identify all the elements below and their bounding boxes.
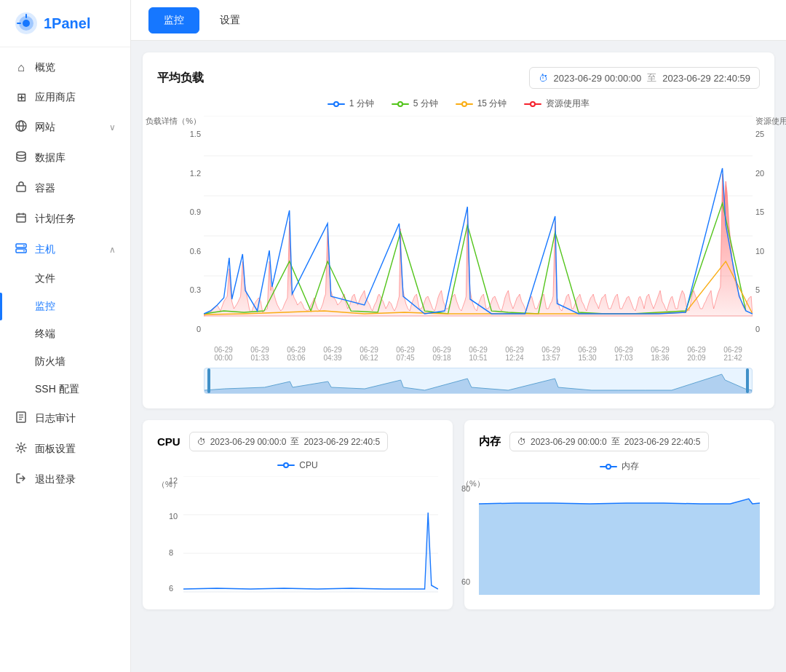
mini-chart-navigator[interactable] (204, 368, 753, 394)
cpu-date-range[interactable]: ⏱ 2023-06-29 00:00:0 至 2023-06-29 22:40:… (189, 432, 389, 451)
sidebar-item-monitor[interactable]: 监控 (0, 293, 130, 320)
legend-1min: 1 分钟 (328, 98, 374, 110)
schedule-icon (15, 212, 28, 226)
memory-card: 内存 ⏱ 2023-06-29 00:00:0 至 2023-06-29 22:… (464, 420, 774, 609)
mini-chart-right-handle[interactable] (746, 368, 749, 393)
sidebar-sub-label: 监控 (35, 300, 55, 313)
y-right-values: 25 20 15 10 5 0 (755, 130, 782, 333)
cpu-title: CPU (157, 435, 180, 448)
cpu-date-sep: 至 (290, 435, 299, 448)
logout-icon (15, 473, 28, 487)
sidebar-sub-label: 防火墙 (35, 355, 66, 368)
container-icon (15, 181, 28, 196)
tab-settings[interactable]: 设置 (205, 8, 255, 33)
sidebar-item-label: 面板设置 (35, 443, 76, 456)
sidebar-item-container[interactable]: 容器 (0, 173, 130, 204)
host-icon (15, 242, 28, 257)
sidebar-item-ssh[interactable]: SSH 配置 (0, 376, 130, 403)
sidebar-item-firewall[interactable]: 防火墙 (0, 348, 130, 376)
memory-clock-icon: ⏱ (517, 437, 526, 447)
sidebar-sub-label: 终端 (35, 328, 55, 341)
logo-text: 1Panel (44, 15, 90, 32)
cpu-card: CPU ⏱ 2023-06-29 00:00:0 至 2023-06-29 22… (143, 420, 453, 609)
avg-load-header: 平均负载 ⏱ 2023-06-29 00:00:00 至 2023-06-29 … (157, 67, 760, 89)
logo-icon (15, 12, 38, 35)
log-icon (15, 411, 28, 426)
grid-icon: ⊞ (15, 90, 28, 104)
y-axis-right-title: 资源使用率（%） (755, 116, 782, 127)
cpu-svg (183, 476, 438, 593)
chevron-down-icon: ∨ (109, 122, 116, 133)
top-bar: 监控 设置 (131, 0, 786, 41)
sidebar-nav: ⌂ 概览 ⊞ 应用商店 网站 ∨ 数据库 容器 (0, 47, 130, 672)
date-to: 2023-06-29 22:40:59 (662, 73, 750, 84)
avg-load-card: 平均负载 ⏱ 2023-06-29 00:00:00 至 2023-06-29 … (143, 52, 774, 408)
svg-marker-36 (479, 499, 760, 595)
sidebar-item-overview[interactable]: ⌂ 概览 (0, 53, 130, 82)
sidebar-item-host[interactable]: 主机 ∧ (0, 234, 130, 265)
sidebar-item-label: 计划任务 (35, 213, 76, 226)
avg-load-legend: 1 分钟 5 分钟 15 分钟 (157, 98, 760, 110)
date-from: 2023-06-29 00:00:00 (554, 73, 642, 84)
sidebar-item-terminal[interactable]: 终端 (0, 320, 130, 348)
cpu-legend: CPU (157, 460, 438, 470)
sidebar-item-label: 数据库 (35, 151, 66, 165)
cpu-clock-icon: ⏱ (197, 437, 206, 447)
gear-icon (15, 442, 28, 456)
legend-15min: 15 分钟 (456, 98, 507, 110)
sidebar: 1Panel ⌂ 概览 ⊞ 应用商店 网站 ∨ 数据库 (0, 0, 131, 672)
sidebar-item-label: 主机 (35, 243, 55, 256)
cpu-chart-area: （%） 12 10 8 6 (157, 476, 438, 596)
legend-5min: 5 分钟 (392, 98, 438, 110)
sidebar-item-database[interactable]: 数据库 (0, 143, 130, 173)
main-content: 监控 设置 平均负载 ⏱ 2023-06-29 00:00:00 至 2023-… (131, 0, 786, 672)
memory-card-header: 内存 ⏱ 2023-06-29 00:00:0 至 2023-06-29 22:… (479, 432, 760, 451)
sidebar-item-label: 容器 (35, 182, 55, 195)
cpu-date-to: 2023-06-29 22:40:5 (303, 437, 380, 447)
memory-legend-label: 内存 (622, 460, 639, 473)
x-axis-labels: 06-2900:00 06-2901:33 06-2903:06 06-2904… (204, 346, 753, 362)
svg-rect-8 (17, 214, 25, 222)
memory-date-range[interactable]: ⏱ 2023-06-29 00:00:0 至 2023-06-29 22:40:… (509, 432, 709, 451)
svg-point-6 (17, 152, 25, 156)
svg-marker-27 (204, 174, 753, 316)
sidebar-sub-label: SSH 配置 (35, 383, 79, 396)
svg-point-15 (23, 250, 25, 252)
cpu-card-header: CPU ⏱ 2023-06-29 00:00:0 至 2023-06-29 22… (157, 432, 438, 451)
sidebar-sub-label: 文件 (35, 272, 55, 285)
avg-load-date-range[interactable]: ⏱ 2023-06-29 00:00:00 至 2023-06-29 22:40… (529, 67, 760, 89)
y-axis-right: 资源使用率（%） 25 20 15 10 5 0 (755, 116, 782, 333)
sidebar-item-logout[interactable]: 退出登录 (0, 465, 130, 495)
memory-date-sep: 至 (611, 435, 620, 448)
cpu-date-from: 2023-06-29 00:00:0 (210, 437, 287, 447)
svg-marker-32 (183, 513, 438, 593)
legend-usage: 资源使用率 (524, 98, 590, 110)
sidebar-item-panelset[interactable]: 面板设置 (0, 434, 130, 465)
tab-monitor[interactable]: 监控 (148, 7, 199, 33)
svg-point-14 (23, 245, 25, 247)
logo: 1Panel (0, 0, 130, 47)
sidebar-item-label: 应用商店 (35, 91, 76, 104)
memory-title: 内存 (479, 435, 501, 448)
svg-point-2 (23, 20, 30, 27)
bottom-row: CPU ⏱ 2023-06-29 00:00:0 至 2023-06-29 22… (143, 420, 774, 609)
sidebar-item-log[interactable]: 日志审计 (0, 403, 130, 434)
chevron-up-icon: ∧ (109, 245, 116, 255)
active-indicator (0, 293, 2, 320)
avg-load-chart-wrapper: 负载详情（%） 1.5 1.2 0.9 0.6 0.3 0 (157, 116, 760, 394)
avg-load-title: 平均负载 (157, 71, 204, 86)
sidebar-item-files[interactable]: 文件 (0, 265, 130, 293)
mini-chart-left-handle[interactable] (207, 368, 210, 393)
sidebar-item-website[interactable]: 网站 ∨ (0, 112, 130, 143)
avg-load-svg-container: 06-2900:00 06-2901:33 06-2903:06 06-2904… (204, 116, 753, 394)
sidebar-item-appstore[interactable]: ⊞ 应用商店 (0, 82, 130, 112)
globe-icon (15, 120, 28, 135)
clock-icon: ⏱ (539, 73, 548, 84)
database-icon (15, 151, 28, 165)
home-icon: ⌂ (15, 61, 28, 74)
memory-legend: 内存 (479, 460, 760, 473)
memory-date-to: 2023-06-29 22:40:5 (624, 437, 701, 447)
svg-point-20 (20, 446, 23, 450)
avg-load-svg (204, 116, 753, 341)
sidebar-item-schedule[interactable]: 计划任务 (0, 204, 130, 234)
